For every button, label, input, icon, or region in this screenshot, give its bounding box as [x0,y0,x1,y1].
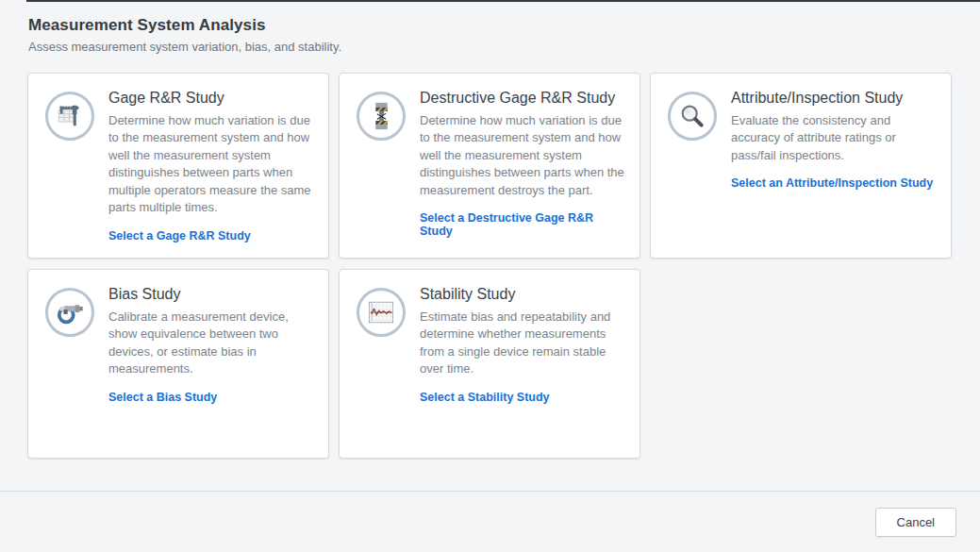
card-description: Evaluate the consistency and accuracy of… [731,112,936,164]
card-body: Stability Study Estimate bias and repeat… [406,286,624,405]
stability-icon-circle [357,288,406,337]
select-bias-study-link[interactable]: Select a Bias Study [108,391,217,404]
control-chart-icon [367,299,395,326]
footer-bar: Cancel [0,491,980,552]
page-subtitle: Assess measurement system variation, bia… [28,40,952,54]
destructive-gage-rr-icon-circle [357,92,406,141]
card-attribute-inspection-study: Attribute/Inspection Study Evaluate the … [650,73,952,259]
card-title: Bias Study [108,286,313,303]
caliper-icon [56,102,84,130]
card-body: Destructive Gage R&R Study Determine how… [406,90,624,239]
msa-dialog: Measurement System Analysis Assess measu… [0,0,980,552]
card-body: Bias Study Calibrate a measurement devic… [94,286,313,405]
page-title: Measurement System Analysis [28,16,952,35]
card-gage-rr-study: Gage R&R Study Determine how much variat… [27,73,329,259]
study-card-grid: Gage R&R Study Determine how much variat… [27,73,952,459]
top-accent-line [26,0,980,2]
card-description: Estimate bias and repeatability and dete… [420,309,624,378]
card-title: Gage R&R Study [108,90,313,107]
select-stability-study-link[interactable]: Select a Stability Study [420,391,550,404]
card-title: Destructive Gage R&R Study [420,90,624,107]
gage-rr-icon-circle [45,92,94,141]
card-description: Determine how much variation is due to t… [108,112,313,217]
card-body: Gage R&R Study Determine how much variat… [94,90,313,243]
card-stability-study: Stability Study Estimate bias and repeat… [339,269,640,459]
card-description: Determine how much variation is due to t… [420,112,624,199]
card-body: Attribute/Inspection Study Evaluate the … [717,90,936,191]
select-attribute-inspection-study-link[interactable]: Select an Attribute/Inspection Study [731,176,933,190]
select-destructive-gage-rr-study-link[interactable]: Select a Destructive Gage R&R Study [420,211,624,238]
select-gage-rr-study-link[interactable]: Select a Gage R&R Study [108,229,251,243]
card-destructive-gage-rr-study: Destructive Gage R&R Study Determine how… [339,73,640,259]
cancel-button[interactable]: Cancel [875,508,956,537]
attribute-inspection-icon-circle [668,92,717,141]
card-title: Attribute/Inspection Study [731,90,936,107]
bias-icon-circle [45,288,94,337]
micrometer-icon [56,298,84,326]
header: Measurement System Analysis Assess measu… [0,0,980,54]
crush-test-specimen-icon [369,102,394,130]
magnifier-icon [678,102,706,130]
card-description: Calibrate a measurement device, show equ… [108,309,313,378]
card-bias-study: Bias Study Calibrate a measurement devic… [27,269,329,459]
card-title: Stability Study [420,286,624,303]
